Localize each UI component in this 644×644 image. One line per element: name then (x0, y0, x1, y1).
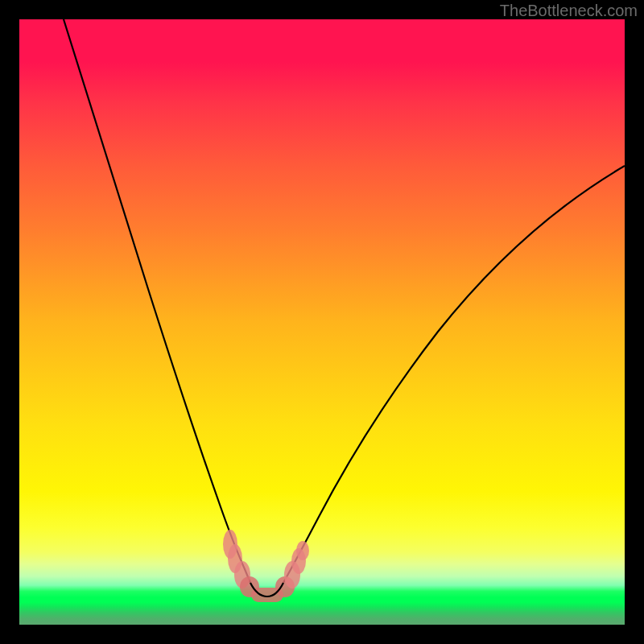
chart-svg (19, 19, 625, 625)
watermark-text: TheBottleneck.com (500, 2, 638, 20)
plot-area (19, 19, 625, 625)
curve-right-branch (283, 166, 625, 583)
curve-left-branch (64, 19, 250, 583)
muted-bottom-markers (223, 530, 309, 602)
svg-point-8 (296, 541, 309, 560)
